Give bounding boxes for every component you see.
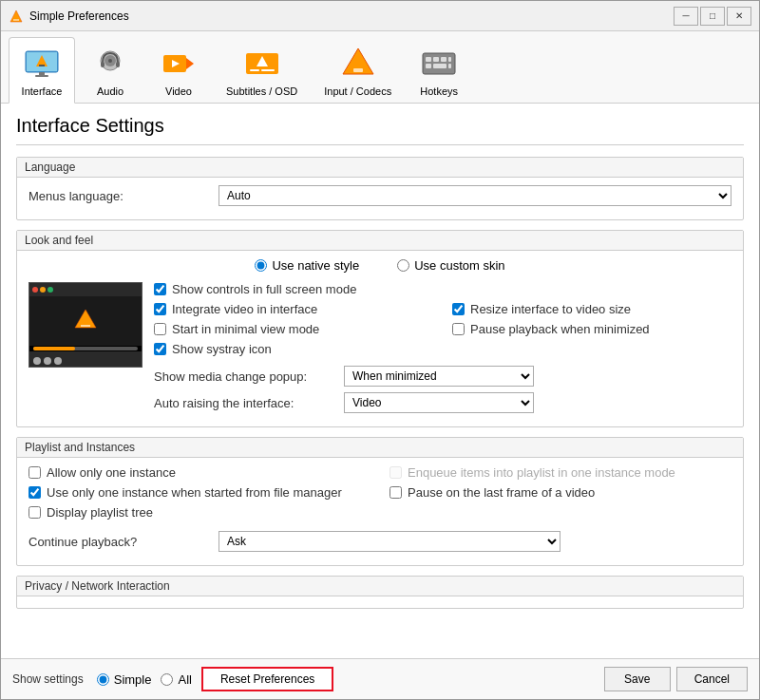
all-radio-option[interactable]: All bbox=[161, 672, 191, 687]
start-minimal-label[interactable]: Start in minimal view mode bbox=[172, 322, 319, 336]
integrate-video-row[interactable]: Integrate video in interface bbox=[154, 302, 433, 316]
one-instance-label[interactable]: Allow only one instance bbox=[47, 465, 176, 480]
svg-rect-19 bbox=[261, 69, 275, 71]
ctrl-dot-1 bbox=[33, 357, 41, 365]
privacy-section: Privacy / Network Interaction bbox=[16, 576, 744, 609]
reset-preferences-button[interactable]: Reset Preferences bbox=[201, 667, 333, 691]
ctrl-dot-2 bbox=[44, 357, 51, 365]
resize-interface-checkbox[interactable] bbox=[452, 303, 465, 315]
audio-tab-icon bbox=[90, 44, 130, 84]
pause-last-frame-row[interactable]: Pause on the last frame of a video bbox=[390, 485, 732, 500]
display-tree-row[interactable]: Display playlist tree bbox=[28, 505, 370, 520]
menus-language-row: Menus language: Auto English French Germ… bbox=[28, 185, 732, 206]
privacy-section-header: Privacy / Network Interaction bbox=[17, 577, 743, 596]
pause-last-frame-label[interactable]: Pause on the last frame of a video bbox=[408, 485, 595, 500]
tab-audio-label: Audio bbox=[97, 85, 124, 97]
pause-last-frame-checkbox[interactable] bbox=[390, 486, 402, 499]
tab-input[interactable]: Input / Codecs bbox=[312, 37, 404, 103]
svg-rect-23 bbox=[426, 57, 431, 62]
language-section: Language Menus language: Auto English Fr… bbox=[16, 157, 744, 220]
look-feel-section: Look and feel Use native style Use custo… bbox=[16, 230, 744, 427]
subtitles-tab-icon bbox=[242, 44, 282, 84]
tab-interface-label: Interface bbox=[22, 85, 63, 97]
custom-skin-radio[interactable] bbox=[397, 259, 409, 272]
auto-raising-select[interactable]: Never Video Always bbox=[344, 392, 534, 413]
style-radio-group: Use native style Use custom skin bbox=[28, 258, 732, 273]
pause-minimized-row[interactable]: Pause playback when minimized bbox=[452, 322, 732, 336]
svg-rect-1 bbox=[13, 19, 19, 21]
svg-point-10 bbox=[108, 59, 112, 63]
integrate-video-checkbox[interactable] bbox=[154, 303, 166, 315]
tab-interface[interactable]: Interface bbox=[9, 37, 75, 104]
svg-rect-18 bbox=[250, 69, 259, 71]
checkboxes-right-col: Resize interface to video size Pause pla… bbox=[452, 302, 732, 362]
tab-subtitles-label: Subtitles / OSD bbox=[226, 85, 297, 97]
window-controls: ─ □ ✕ bbox=[674, 7, 751, 26]
menus-language-select[interactable]: Auto English French German Spanish bbox=[218, 185, 732, 206]
media-change-label: Show media change popup: bbox=[154, 369, 344, 384]
playlist-checkboxes: Allow only one instance Use only one ins… bbox=[28, 465, 732, 525]
media-change-select[interactable]: Never When minimized Always bbox=[344, 366, 534, 387]
all-radio[interactable] bbox=[161, 673, 173, 686]
start-minimal-checkbox[interactable] bbox=[154, 323, 166, 335]
tab-subtitles[interactable]: Subtitles / OSD bbox=[214, 37, 310, 103]
show-controls-label[interactable]: Show controls in full screen mode bbox=[172, 282, 356, 296]
svg-rect-31 bbox=[81, 325, 90, 327]
close-button[interactable]: ✕ bbox=[727, 7, 751, 26]
show-controls-row[interactable]: Show controls in full screen mode bbox=[154, 282, 732, 296]
native-style-option[interactable]: Use native style bbox=[255, 258, 359, 273]
continue-playback-select[interactable]: Ask Continue Restart bbox=[218, 531, 560, 552]
integrate-video-label[interactable]: Integrate video in interface bbox=[172, 302, 317, 316]
vlc-preview-controls bbox=[29, 351, 142, 368]
minimize-button[interactable]: ─ bbox=[674, 7, 698, 26]
show-settings-label: Show settings bbox=[12, 672, 84, 686]
interface-tab-icon bbox=[22, 44, 62, 84]
tab-video[interactable]: Video bbox=[145, 37, 212, 103]
maximize-button[interactable]: □ bbox=[700, 7, 725, 26]
one-instance-file-checkbox[interactable] bbox=[28, 486, 41, 499]
ctrl-dot-3 bbox=[54, 357, 62, 365]
main-window: Simple Preferences ─ □ ✕ I bbox=[0, 0, 760, 700]
native-style-radio[interactable] bbox=[255, 259, 267, 272]
save-button[interactable]: Save bbox=[604, 667, 671, 691]
tab-audio[interactable]: Audio bbox=[77, 37, 143, 103]
vlc-preview-progress-bar bbox=[33, 347, 138, 350]
one-instance-file-row[interactable]: Use only one instance when started from … bbox=[28, 485, 370, 500]
svg-marker-14 bbox=[186, 58, 194, 69]
continue-playback-row: Continue playback? Ask Continue Restart bbox=[28, 531, 732, 552]
resize-interface-label[interactable]: Resize interface to video size bbox=[470, 302, 631, 316]
show-controls-checkbox[interactable] bbox=[154, 283, 166, 295]
window-title: Simple Preferences bbox=[29, 9, 674, 23]
media-change-row: Show media change popup: Never When mini… bbox=[154, 366, 732, 387]
svg-rect-11 bbox=[101, 62, 104, 67]
show-systray-row[interactable]: Show systray icon bbox=[154, 342, 433, 356]
display-tree-checkbox[interactable] bbox=[28, 506, 41, 519]
one-instance-file-label[interactable]: Use only one instance when started from … bbox=[47, 485, 342, 500]
start-minimal-row[interactable]: Start in minimal view mode bbox=[154, 322, 433, 336]
display-tree-label[interactable]: Display playlist tree bbox=[47, 505, 153, 520]
enqueue-items-label: Enqueue items into playlist in one insta… bbox=[408, 465, 675, 480]
resize-interface-row[interactable]: Resize interface to video size bbox=[452, 302, 732, 316]
privacy-section-body bbox=[17, 596, 743, 608]
show-systray-checkbox[interactable] bbox=[154, 343, 166, 355]
show-systray-label[interactable]: Show systray icon bbox=[172, 342, 272, 356]
tab-hotkeys-label: Hotkeys bbox=[420, 85, 458, 97]
vlc-preview-toolbar bbox=[29, 283, 142, 296]
playlist-checkboxes-right: Enqueue items into playlist in one insta… bbox=[390, 465, 732, 525]
svg-rect-27 bbox=[426, 64, 431, 68]
custom-skin-option[interactable]: Use custom skin bbox=[397, 258, 504, 273]
one-instance-row[interactable]: Allow only one instance bbox=[28, 465, 370, 480]
cancel-button[interactable]: Cancel bbox=[676, 667, 748, 691]
pause-minimized-label[interactable]: Pause playback when minimized bbox=[470, 322, 650, 336]
playlist-checkboxes-left: Allow only one instance Use only one ins… bbox=[28, 465, 370, 525]
tab-hotkeys[interactable]: Hotkeys bbox=[406, 37, 472, 103]
pause-minimized-checkbox[interactable] bbox=[452, 323, 465, 335]
title-bar: Simple Preferences ─ □ ✕ bbox=[1, 1, 759, 31]
one-instance-checkbox[interactable] bbox=[28, 466, 41, 479]
preview-dot-yellow bbox=[40, 287, 46, 293]
svg-rect-26 bbox=[448, 57, 451, 62]
simple-radio-label: Simple bbox=[114, 672, 152, 687]
two-col-checkboxes: Integrate video in interface Start in mi… bbox=[154, 302, 732, 362]
simple-radio-option[interactable]: Simple bbox=[97, 672, 152, 687]
simple-radio[interactable] bbox=[97, 673, 109, 686]
